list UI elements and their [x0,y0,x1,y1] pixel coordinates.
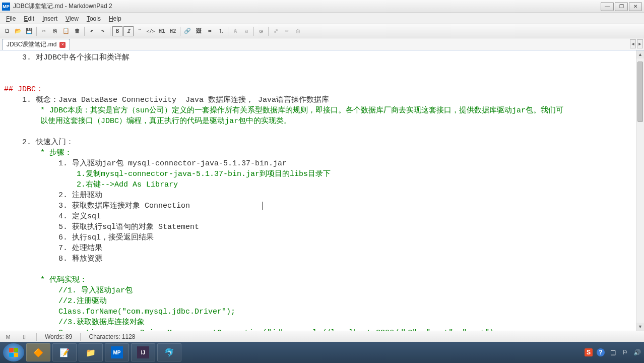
text-line: 获取数据库连接对象 Connection [72,202,190,210]
menu-help[interactable]: Help [105,14,125,23]
tray-sound-icon[interactable]: 🔊 [633,348,641,356]
list-number: 6. [4,233,72,242]
tab-active[interactable]: JDBC课堂笔记.md × [2,39,70,50]
list-number: 3. [4,202,72,210]
task-notepad[interactable]: 📝 [52,343,77,361]
text-line: 快速入门： [36,138,74,147]
menu-view[interactable]: View [61,14,83,23]
save-icon[interactable]: 💾 [24,26,34,36]
text-comment: //3.获取数据库连接对象 [4,318,145,327]
list-number: 7. [4,244,72,253]
heading-h2: ## JDBC： [4,85,43,94]
h1-icon[interactable]: H1 [157,26,167,36]
text-comment: //1. 导入驱动jar包 [4,286,133,295]
tab-label: JDBC课堂笔记.md [7,40,56,49]
delete-icon[interactable]: 🗑 [72,26,82,36]
text-comment: * 步骤： [4,149,72,157]
system-tray: S ? ◫ ⚐ 🔊 [585,348,641,356]
tray-ime-icon[interactable]: S [585,348,593,356]
editor[interactable]: 3. 对JDBC中各个接口和类详解 ## JDBC： 1. 概念：Java Da… [0,50,644,331]
tray-help-icon[interactable]: ? [597,348,605,356]
cut-icon[interactable]: ✂ [39,26,49,36]
list-number: 4. [4,212,72,221]
status-chars: Characters: 1128 [89,333,135,340]
tray-connect-icon[interactable]: ◫ [609,348,617,356]
text-comment: * JDBC本质：其实是官方（sun公司）定义的一套操作所有关系型数据库的规则，… [4,106,563,126]
scrollbar-vertical[interactable]: ▲ ▼ [636,50,644,331]
text-line: 处理结果 [72,244,102,253]
menu-file[interactable]: File [2,14,20,23]
text-code: Class.forName("com.mysql.jdbc.Driver"); [4,308,235,316]
time-icon[interactable]: ◷ [256,26,266,36]
text-line: 定义sql [72,212,101,221]
maximize-button[interactable]: ❐ [615,2,628,11]
scroll-down-icon[interactable]: ▼ [636,323,644,331]
menu-tools[interactable]: Tools [83,14,105,23]
list-number: 1. [4,96,36,104]
statusbar: M ▯ Words: 89 Characters: 1128 [0,331,644,342]
open-icon[interactable]: 📂 [13,26,23,36]
new-icon[interactable]: 🗋 [2,26,12,36]
task-explorer[interactable]: 📁 [79,343,103,361]
text-line: 执行sql，接受返回结果 [72,233,154,242]
paste-icon[interactable]: 📋 [61,26,71,36]
app-icon: MP [2,3,10,11]
tab-prev-icon[interactable]: ◄ [630,39,636,48]
tool3-icon[interactable]: ⎙ [293,26,303,36]
undo-icon[interactable]: ↶ [87,26,97,36]
text-comment: 2.右键-->Add As Library [4,180,178,189]
list-number: 2. [4,191,72,200]
start-button[interactable] [3,343,24,361]
list-number: 2. [4,138,36,147]
italic-icon[interactable]: I [123,26,134,36]
text-comment: 1.复制mysql-connector-java-5.1.37-bin.jar到… [4,170,331,178]
windows-logo-icon [9,348,18,357]
text-code: Connection conn = DriverManager.getConne… [4,329,498,331]
text-line: 3. 对JDBC中各个接口和类详解 [4,53,130,62]
titlebar: MP JDBC课堂笔记.md - MarkdownPad 2 — ❐ ✕ [0,0,644,13]
close-button[interactable]: ✕ [629,2,642,11]
tab-next-icon[interactable]: ► [637,39,643,48]
task-app2[interactable]: 🐬 [157,343,181,361]
menubar: File Edit Insert View Tools Help [0,13,644,24]
task-app1[interactable]: 🔶 [26,343,50,361]
font-small-icon[interactable]: a [241,26,251,36]
text-line: 获取执行sql语句的对象 Statement [72,223,199,231]
scroll-thumb[interactable] [637,62,643,122]
text-cursor [263,202,263,210]
task-intellij[interactable]: IJ [131,343,155,361]
ul-icon[interactable]: ≔ [205,26,215,36]
font-big-icon[interactable]: A [230,26,240,36]
text-line: 释放资源 [72,255,102,263]
image-icon[interactable]: 🖼 [194,26,204,36]
scroll-up-icon[interactable]: ▲ [636,50,644,58]
toolbar: 🗋 📂 💾 ✂ ⎘ 📋 🗑 ↶ ↷ B I ❝ </> H1 H2 🔗 🖼 ≔ … [0,24,644,38]
copy-icon[interactable]: ⎘ [50,26,60,36]
tray-action-icon[interactable]: ⚐ [621,348,629,356]
menu-edit[interactable]: Edit [20,14,38,23]
list-number: 5. [4,223,72,231]
menu-insert[interactable]: Insert [38,14,61,23]
status-view-icon[interactable]: ▯ [20,333,28,341]
code-icon[interactable]: </> [146,26,156,36]
link-icon[interactable]: 🔗 [182,26,192,36]
editor-content[interactable]: 3. 对JDBC中各个接口和类详解 ## JDBC： 1. 概念：Java Da… [0,50,636,331]
text-line: 导入驱动jar包 mysql-connector-java-5.1.37-bin… [72,159,287,168]
tab-close-icon[interactable]: × [59,42,66,48]
window-title: JDBC课堂笔记.md - MarkdownPad 2 [13,2,601,11]
redo-icon[interactable]: ↷ [98,26,108,36]
status-md-icon[interactable]: M [4,333,12,341]
tool2-icon[interactable]: ⌨ [282,26,292,36]
status-words: Words: 89 [45,333,72,340]
h2-icon[interactable]: H2 [168,26,178,36]
minimize-button[interactable]: — [601,2,614,11]
tool1-icon[interactable]: ⤢ [271,26,281,36]
text-comment: //2.注册驱动 [4,297,107,306]
quote-icon[interactable]: ❝ [135,26,145,36]
bold-icon[interactable]: B [112,26,122,36]
list-number: 8. [4,255,72,263]
taskbar: 🔶 📝 📁 MP IJ 🐬 S ? ◫ ⚐ 🔊 [0,342,644,363]
ol-icon[interactable]: ⒈ [216,26,226,36]
task-markdownpad[interactable]: MP [105,343,129,361]
text-line: 注册驱动 [72,191,102,200]
